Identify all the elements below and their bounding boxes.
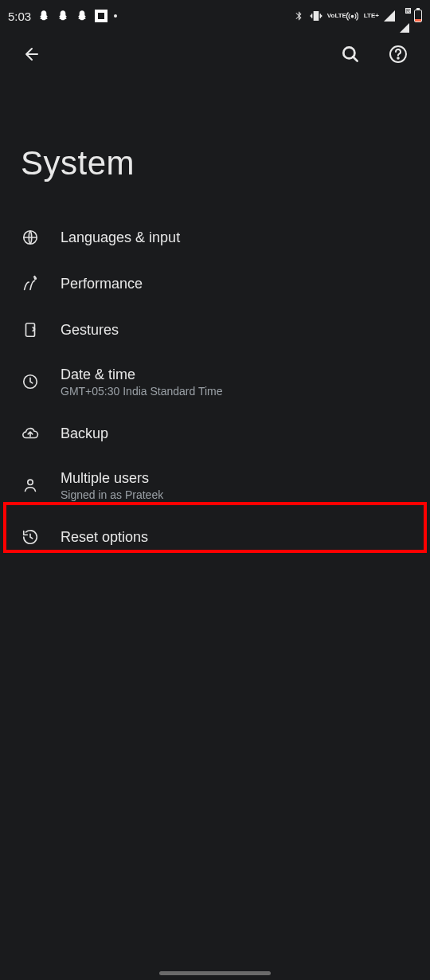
signal-roaming-icon: R <box>400 10 409 23</box>
item-label: Backup <box>61 425 108 442</box>
item-performance[interactable]: Performance <box>0 261 430 307</box>
settings-list: Languages & input Performance Gestures D… <box>0 214 430 560</box>
item-date-time[interactable]: Date & time GMT+05:30 India Standard Tim… <box>0 353 430 410</box>
cloud-upload-icon <box>21 424 40 443</box>
volte-icon: VoLTE <box>327 13 342 19</box>
svg-point-9 <box>28 480 33 484</box>
item-multiple-users[interactable]: Multiple users Signed in as Prateek <box>0 457 430 514</box>
svg-rect-0 <box>314 12 318 21</box>
svg-point-6 <box>35 278 37 280</box>
item-label: Performance <box>61 276 143 292</box>
item-label: Gestures <box>61 322 119 339</box>
status-right: VoLTE LTE+ R <box>292 10 422 23</box>
item-label: Multiple users <box>61 470 163 487</box>
battery-icon <box>414 10 422 22</box>
hotspot-icon <box>346 10 359 22</box>
gestures-icon <box>21 320 40 339</box>
item-label: Reset options <box>61 529 148 546</box>
item-gestures[interactable]: Gestures <box>0 307 430 353</box>
svg-point-4 <box>397 57 399 59</box>
help-icon <box>389 45 408 64</box>
lte-icon: LTE+ <box>364 13 379 19</box>
toolbar <box>0 32 430 76</box>
status-time: 5:03 <box>8 10 31 23</box>
nav-bar[interactable] <box>0 971 430 975</box>
item-reset-options[interactable]: Reset options <box>0 514 430 560</box>
item-label: Languages & input <box>61 229 180 246</box>
item-backup[interactable]: Backup <box>0 410 430 457</box>
notification-dot-icon <box>114 14 117 18</box>
page-title: System <box>0 76 430 214</box>
item-subtitle: GMT+05:30 India Standard Time <box>61 385 223 398</box>
signal-icon <box>384 10 395 22</box>
item-subtitle: Signed in as Prateek <box>61 488 163 501</box>
item-label: Date & time <box>61 367 223 383</box>
search-button[interactable] <box>334 38 366 70</box>
arrow-left-icon <box>22 45 41 64</box>
snapchat-icon <box>57 10 69 22</box>
snapchat-icon <box>76 10 88 22</box>
search-icon <box>340 44 361 65</box>
item-languages-input[interactable]: Languages & input <box>0 214 430 261</box>
help-button[interactable] <box>382 38 414 70</box>
status-bar: 5:03 VoLTE LTE+ R <box>0 0 430 32</box>
clock-icon <box>21 372 40 391</box>
svg-point-1 <box>352 15 354 18</box>
vibrate-icon <box>310 10 322 22</box>
app-icon <box>95 10 108 22</box>
globe-icon <box>21 228 40 247</box>
reset-icon <box>21 527 40 547</box>
nav-pill-icon <box>159 971 271 975</box>
status-left: 5:03 <box>8 10 117 23</box>
person-icon <box>21 476 40 495</box>
bluetooth-icon <box>292 10 305 22</box>
back-button[interactable] <box>16 38 48 70</box>
performance-icon <box>21 274 40 293</box>
snapchat-icon <box>37 10 50 22</box>
